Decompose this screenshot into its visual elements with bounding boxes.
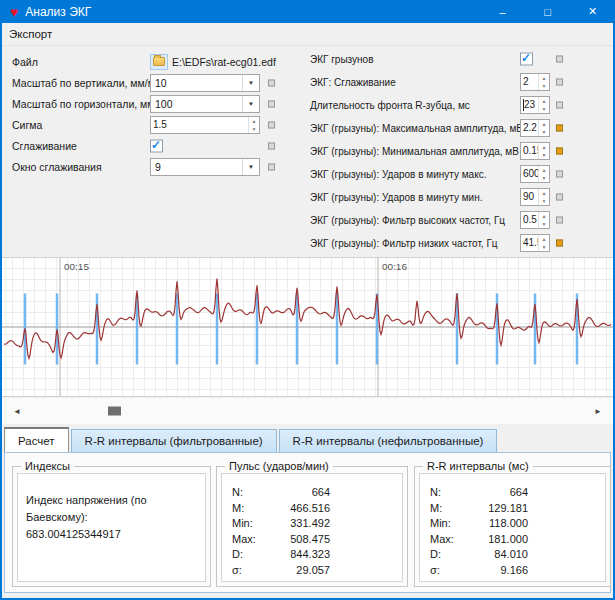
spin-up-icon[interactable]: ▲: [539, 143, 549, 151]
tab-label: Расчет: [18, 435, 55, 447]
spin-up-icon[interactable]: ▲: [539, 120, 549, 128]
close-button[interactable]: ✕: [570, 0, 615, 23]
vertical-scale-dropdown[interactable]: 10▼: [150, 74, 260, 92]
max-amplitude-spinner[interactable]: 2.2▲▼: [520, 119, 550, 137]
maximize-button[interactable]: □: [525, 0, 570, 23]
spin-down-icon[interactable]: ▼: [539, 243, 549, 251]
rodent-ecg-marker: [556, 55, 563, 62]
sigma-label: Сигма: [12, 119, 42, 131]
close-icon: ✕: [588, 5, 597, 18]
scroll-right-icon[interactable]: ►: [594, 407, 602, 416]
file-control: E:\EDFs\rat-ecg01.edf: [150, 54, 276, 70]
stat-value: 466.516: [268, 502, 330, 514]
window-title: Анализ ЭКГ: [25, 5, 91, 19]
minimize-icon: –: [499, 6, 505, 18]
indexes-box: Индекс напряжения (по Баевскому): 683.00…: [17, 473, 206, 582]
chevron-down-icon: ▼: [242, 96, 259, 112]
form-row: ЭКГ (грызуны): Минимальная амплитуда, мВ…: [308, 139, 613, 162]
menu-export[interactable]: Экспорт: [2, 23, 59, 45]
chevron-down-icon: ▼: [242, 75, 259, 91]
spin-down-icon[interactable]: ▼: [539, 82, 549, 90]
form-row: ФайлE:\EDFs\rat-ecg01.edf: [10, 51, 308, 72]
highpass-filter-label: ЭКГ (грызуны): Фильтр высоких частот, Гц: [310, 214, 505, 225]
highpass-filter-spinner[interactable]: 0.5▲▼: [520, 211, 550, 229]
lowpass-filter-control: 41.5▲▼: [520, 234, 550, 252]
stat-label: N:: [430, 486, 466, 498]
vertical-scale-label: Масштаб по вертикали, мм/мВ: [12, 77, 162, 89]
bpm-max-label: ЭКГ (грызуны): Ударов в минуту макс.: [310, 168, 486, 179]
stat-label: Max:: [430, 533, 466, 545]
stat-label: M:: [232, 502, 268, 514]
stat-label: N:: [232, 486, 268, 498]
file-path: E:\EDFs\rat-ecg01.edf: [172, 56, 276, 68]
spin-up-icon[interactable]: ▲: [539, 235, 549, 243]
bpm-max-marker: [556, 170, 563, 177]
bpm-max-control: 600▲▼: [520, 165, 550, 183]
max-amplitude-marker: [556, 124, 563, 131]
horizontal-scale-control: 100▼: [150, 95, 260, 113]
stat-label: M:: [430, 502, 466, 514]
ecg-waveform: [4, 279, 611, 359]
smoothing-window-label: Окно сглаживания: [12, 161, 102, 173]
smoothing-checkbox[interactable]: ✓: [150, 139, 163, 152]
open-file-button[interactable]: [150, 54, 168, 70]
rr-box: N:664M:129.181Min:118.000Max:181.000D:84…: [419, 473, 606, 582]
tab-label: R-R интервалы (нефильтрованные): [293, 435, 484, 447]
spin-down-icon[interactable]: ▼: [539, 197, 549, 205]
horizontal-scale-dropdown[interactable]: 100▼: [150, 95, 260, 113]
form-left: ФайлE:\EDFs\rat-ecg01.edfМасштаб по верт…: [2, 47, 308, 257]
lowpass-filter-spinner[interactable]: 41.5▲▼: [520, 234, 550, 252]
spin-up-icon[interactable]: ▲: [539, 97, 549, 105]
pulse-box: N:664M:466.516Min:331.492Max:508.475D:84…: [221, 473, 403, 582]
spin-down-icon[interactable]: ▼: [539, 174, 549, 182]
ecg-smoothing-spinner[interactable]: 2▲▼: [520, 73, 550, 91]
smoothing-marker: [268, 142, 275, 149]
smoothing-window-dropdown[interactable]: 9▼: [150, 158, 260, 176]
sigma-value: 1.5: [151, 117, 248, 133]
stat-value: 664: [466, 486, 528, 498]
bpm-max-spinner[interactable]: 600▲▼: [520, 165, 550, 183]
sigma-marker: [268, 121, 275, 128]
form-row: ЭКГ (грызуны): Фильтр низких частот, Гц4…: [308, 231, 613, 254]
chart-scrollbar[interactable]: ◄ ►: [2, 398, 613, 424]
min-amplitude-control: 0.15▲▼: [520, 142, 550, 160]
spin-up-icon[interactable]: ▲: [539, 166, 549, 174]
stat-value: 29.057: [268, 564, 330, 576]
menu-bar: Экспорт: [2, 23, 613, 46]
maximize-icon: □: [544, 6, 551, 18]
ecg-chart[interactable]: 00:1500:16: [2, 257, 613, 397]
scroll-thumb[interactable]: [108, 407, 121, 416]
max-amplitude-value: 2.2: [521, 120, 538, 136]
spin-down-icon[interactable]: ▼: [249, 125, 259, 133]
min-amplitude-value: 0.15: [521, 143, 538, 159]
spin-down-icon[interactable]: ▼: [539, 151, 549, 159]
spin-up-icon[interactable]: ▲: [539, 74, 549, 82]
min-amplitude-label: ЭКГ (грызуны): Минимальная амплитуда, мВ: [310, 145, 519, 156]
r-wave-front-duration-value: 23: [521, 97, 538, 113]
r-wave-front-duration-spinner[interactable]: 23▲▼: [520, 96, 550, 114]
tab-rr-unfiltered[interactable]: R-R интервалы (нефильтрованные): [279, 429, 498, 452]
stat-label: σ:: [430, 564, 466, 576]
tab-calculation[interactable]: Расчет: [4, 427, 69, 452]
vertical-scale-marker: [268, 79, 275, 86]
rr-group: R-R интервалы (мс) N:664M:129.181Min:118…: [414, 466, 611, 587]
spin-up-icon[interactable]: ▲: [539, 212, 549, 220]
sigma-spinner[interactable]: 1.5▲▼: [150, 116, 260, 134]
spin-down-icon[interactable]: ▼: [539, 105, 549, 113]
smoothing-control: ✓: [150, 139, 163, 152]
bpm-min-spinner[interactable]: 90▲▼: [520, 188, 550, 206]
spin-down-icon[interactable]: ▼: [539, 128, 549, 136]
pulse-stats: N:664M:466.516Min:331.492Max:508.475D:84…: [222, 474, 402, 576]
minimize-button[interactable]: –: [480, 0, 525, 23]
tab-rr-filtered[interactable]: R-R интервалы (фильтрованные): [71, 429, 277, 452]
spin-down-icon[interactable]: ▼: [539, 220, 549, 228]
horizontal-scale-marker: [268, 100, 275, 107]
lowpass-filter-marker: [556, 239, 563, 246]
scroll-left-icon[interactable]: ◄: [13, 407, 21, 416]
form-row: ЭКГ (грызуны): Ударов в минуту мин.90▲▼: [308, 185, 613, 208]
min-amplitude-spinner[interactable]: 0.15▲▼: [520, 142, 550, 160]
spin-up-icon[interactable]: ▲: [249, 117, 259, 125]
spin-up-icon[interactable]: ▲: [539, 189, 549, 197]
stat-label: Max:: [232, 533, 268, 545]
rodent-ecg-checkbox[interactable]: ✓: [520, 52, 533, 65]
